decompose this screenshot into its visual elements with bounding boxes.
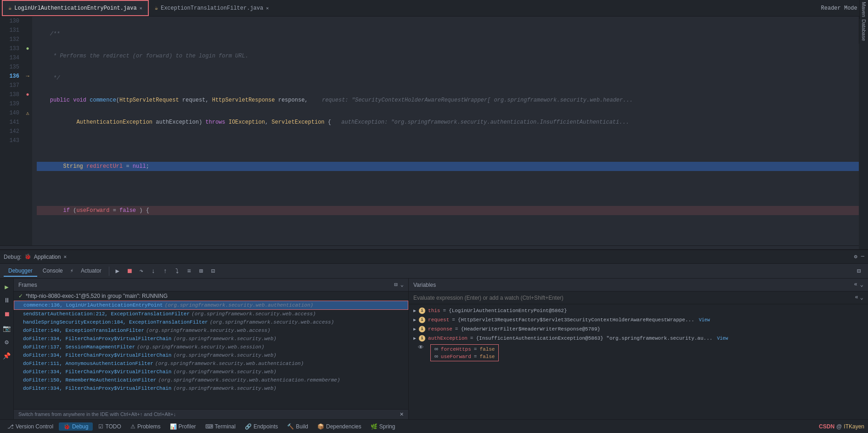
code-line-132: */ (37, 74, 859, 83)
pin-icon[interactable]: 📌 (1, 350, 12, 361)
frame-item-7[interactable]: doFilter:111, AnonymousAuthenticationFil… (14, 359, 408, 368)
watch-icon[interactable]: 👁 (418, 344, 424, 351)
status-problems[interactable]: ⚠ Problems (127, 422, 164, 431)
var-box-useforward: ∞ useForward = false (434, 353, 495, 360)
frame-item-3[interactable]: doFilter:140, ExceptionTranslationFilter… (14, 326, 408, 335)
stop-icon[interactable]: ⏹ (1, 309, 12, 320)
stop-btn[interactable]: ⏹ (124, 266, 135, 277)
tab-exception-file[interactable]: ☕ ExceptionTranslationFilter.java ✕ (149, 0, 275, 16)
thread-item[interactable]: ✓ *http-nio-8080-exec-1"@5,520 in group … (14, 291, 408, 301)
var-link-authexception[interactable]: View (717, 336, 728, 341)
settings-icon-2[interactable]: ⚙ (1, 336, 12, 348)
debug-status-icon: 🐞 (63, 423, 70, 430)
frame-item-1[interactable]: sendStartAuthentication:212, ExceptionTr… (14, 310, 408, 318)
debug-panel: Debug: 🐞 Application ✕ ⚙ ─ Debugger Cons… (0, 249, 868, 419)
var-item-request[interactable]: ▶ i request = {HttpServlet3RequestFactor… (409, 315, 868, 325)
database-label[interactable]: Database (859, 17, 868, 44)
breakpoint-133[interactable]: ● (26, 46, 29, 52)
code-line-134: AuthenticationException authException) t… (37, 118, 859, 127)
thread-check-icon: ✓ (18, 293, 23, 299)
variables-header-icons: « ⌄ (854, 281, 863, 288)
restore-layout-btn[interactable]: ⊟ (853, 266, 864, 277)
status-endpoints[interactable]: 🔗 Endpoints (241, 422, 282, 431)
infinity-icon-1: ∞ (434, 346, 438, 353)
evaluate-btn[interactable]: ≡ (184, 266, 195, 277)
status-debug[interactable]: 🐞 Debug (59, 422, 93, 431)
frame-pkg-10: (org.springframework.security.web) (173, 386, 276, 391)
code-lines-container: 130 131 132 133 134 135 136 137 138 139 … (0, 17, 859, 245)
var-item-response[interactable]: ▶ i response = {HeaderWriterFilter$Heade… (409, 325, 868, 334)
frame-item-10[interactable]: doFilter:334, FilterChainProxy$VirtualFi… (14, 384, 408, 393)
status-dependencies[interactable]: 📦 Dependencies (314, 422, 365, 431)
settings-icon[interactable]: ⚙ (854, 253, 857, 260)
var-item-boxed: 👁 ∞ forceHttps = false ∞ useForward = (409, 343, 868, 363)
var-name-request: request (428, 317, 449, 323)
var-expand-request[interactable]: ▶ (413, 317, 416, 323)
status-build[interactable]: 🔨 Build (283, 422, 312, 431)
frame-item-0[interactable]: commence:136, LoginUrlAuthenticationEntr… (14, 301, 408, 310)
line-numbers: 130 131 132 133 134 135 136 137 138 139 … (0, 17, 23, 245)
debug-title: Debug: 🐞 Application ✕ (4, 253, 67, 260)
eval-bar: « ⌄ (409, 291, 868, 304)
tab-actuator[interactable]: Actuator (76, 266, 106, 277)
var-item-authexception[interactable]: ▶ i authException = {InsufficientAuthent… (409, 334, 868, 343)
status-version-control[interactable]: ⎇ Version Control (4, 422, 57, 431)
maven-label[interactable]: Maven (859, 0, 868, 19)
eval-expand-icon[interactable]: « (855, 294, 858, 301)
debug-tab-close[interactable]: ✕ (63, 254, 67, 260)
tab-debugger[interactable]: Debugger (4, 266, 37, 277)
todo-label: TODO (105, 423, 121, 430)
step-over-btn[interactable]: ↷ (136, 266, 147, 277)
frame-item-8[interactable]: doFilter:334, FilterChainProxy$VirtualFi… (14, 368, 408, 376)
code-line-135 (37, 140, 859, 149)
step-out-btn[interactable]: ↑ (160, 266, 171, 277)
frames-footer-close[interactable]: ✕ (400, 411, 404, 417)
frame-item-2[interactable]: handleSpringSecurityException:184, Excep… (14, 318, 408, 326)
eval-dropdown-icon[interactable]: ⌄ (860, 294, 863, 301)
frames-list[interactable]: commence:136, LoginUrlAuthenticationEntr… (14, 301, 408, 409)
tab-close-btn[interactable]: ✕ (140, 6, 142, 11)
frames-panel: Frames ⊟ ⌄ ✓ *http-nio-8080-exec-1"@5,52… (14, 279, 409, 419)
horizontal-scrollbar[interactable] (0, 245, 859, 249)
var-expand-response[interactable]: ▶ (413, 326, 416, 332)
run-to-cursor-btn[interactable]: ⤵ (172, 266, 183, 277)
tab-console[interactable]: Console (38, 266, 68, 277)
frame-item-4[interactable]: doFilter:334, FilterChainProxy$VirtualFi… (14, 335, 408, 343)
tab-login-file[interactable]: ☕ LoginUrlAuthenticationEntryPoint.java … (2, 0, 149, 16)
filter-icon[interactable]: ⊟ (395, 281, 398, 288)
eval-input[interactable] (413, 295, 852, 301)
vars-dropdown-icon[interactable]: ⌄ (860, 281, 863, 288)
frame-item-6[interactable]: doFilter:334, FilterChainProxy$VirtualFi… (14, 351, 408, 359)
status-todo[interactable]: ☑ TODO (95, 422, 124, 431)
var-item-this[interactable]: ▶ i this = {LoginUrlAuthenticationEntryP… (409, 306, 868, 315)
frame-pkg-3: (org.springframework.security.web.access… (146, 328, 271, 333)
tab-close-btn-2[interactable]: ✕ (266, 6, 269, 11)
expand-icon[interactable]: ⌄ (400, 281, 404, 288)
breakpoint-138[interactable]: ● (26, 91, 29, 98)
frame-pkg-4: (org.springframework.security.web) (173, 336, 276, 342)
variables-list[interactable]: ▶ i this = {LoginUrlAuthenticationEntryP… (409, 304, 868, 419)
frame-pkg-1: (org.springframework.security.web.access… (192, 311, 316, 317)
run-icon[interactable]: ▶ (1, 281, 12, 292)
frame-method-1: sendStartAuthentication:212, ExceptionTr… (23, 311, 190, 317)
profiler-icon: 📊 (170, 423, 177, 430)
minimize-icon[interactable]: ─ (861, 253, 864, 260)
status-terminal[interactable]: ⌨ Terminal (202, 422, 239, 431)
status-profiler[interactable]: 📊 Profiler (166, 422, 200, 431)
pause-icon[interactable]: ⏸ (1, 295, 12, 306)
step-into-btn[interactable]: ↓ (148, 266, 159, 277)
var-expand-this[interactable]: ▶ (413, 308, 416, 313)
var-link-request[interactable]: View (699, 318, 710, 323)
var-expand-authexception[interactable]: ▶ (413, 336, 416, 341)
reader-mode-btn[interactable]: Reader Mode ✓ (821, 5, 862, 11)
resume-btn[interactable]: ▶ (112, 266, 123, 277)
camera-icon[interactable]: 📷 (1, 323, 12, 334)
status-spring[interactable]: 🌿 Spring (367, 422, 399, 431)
breakpoints-btn[interactable]: ⊞ (196, 266, 207, 277)
code-line-137 (37, 184, 859, 193)
frame-item-5[interactable]: doFilter:137, SessionManagementFilter (o… (14, 343, 408, 351)
code-content[interactable]: /** * Performs the redirect (or forward)… (32, 17, 859, 245)
frame-item-9[interactable]: doFilter:150, RememberMeAuthenticationFi… (14, 376, 408, 384)
mute-breakpoints-btn[interactable]: ⊡ (208, 266, 219, 277)
vars-expand-icon[interactable]: « (854, 281, 857, 288)
